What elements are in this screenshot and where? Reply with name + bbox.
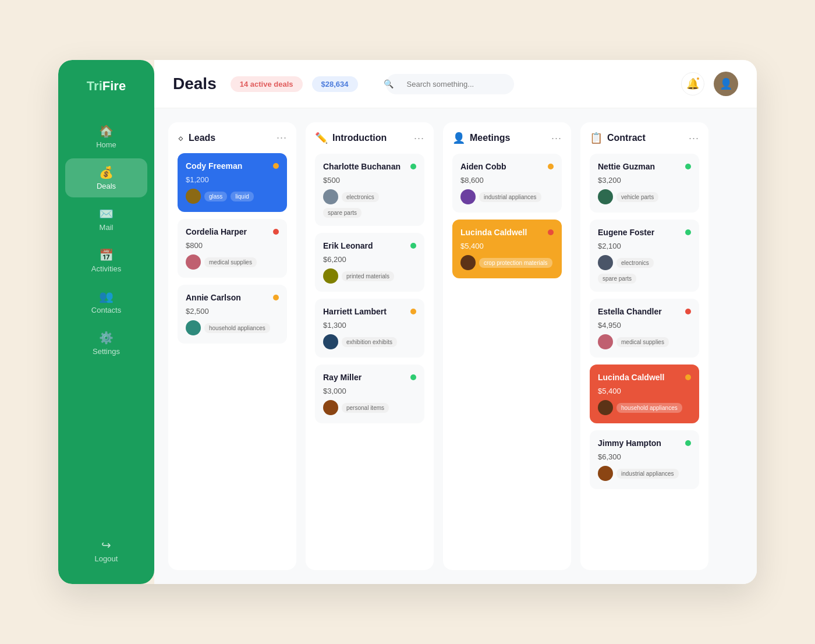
ray-status-dot bbox=[410, 374, 416, 380]
nettie-status-dot bbox=[685, 164, 691, 169]
card-cordelia-header: Cordelia Harper bbox=[186, 227, 279, 236]
tag-industrial-j: industrial appliances bbox=[616, 469, 679, 479]
column-title-leads: Leads bbox=[189, 133, 215, 143]
column-leads: ⬦ Leads ··· Cody Freeman $1,200 glass bbox=[168, 122, 296, 570]
sidebar-label-contacts: Contacts bbox=[91, 306, 121, 314]
annie-status-dot bbox=[273, 295, 279, 300]
card-ray-miller[interactable]: Ray Miller $3,000 personal items bbox=[315, 365, 424, 423]
sidebar-item-activities[interactable]: 📅 Activities bbox=[65, 241, 147, 280]
search-input[interactable] bbox=[386, 74, 514, 94]
card-nettie-guzman[interactable]: Nettie Guzman $3,200 vehicle parts bbox=[590, 154, 699, 213]
card-harriett-name: Harriett Lambert bbox=[323, 307, 387, 316]
card-estella-header: Estella Chandler bbox=[598, 307, 691, 316]
tag-glass: glass bbox=[204, 192, 227, 201]
card-cody-amount: $1,200 bbox=[186, 175, 279, 184]
meetings-menu-button[interactable]: ··· bbox=[551, 132, 562, 144]
deals-icon: 💰 bbox=[99, 165, 114, 179]
sidebar: TriFire 🏠 Home 💰 Deals ✉️ Mail 📅 Activit… bbox=[58, 60, 154, 584]
card-eugene-header: Eugene Foster bbox=[598, 228, 691, 237]
card-nettie-footer: vehicle parts bbox=[598, 189, 691, 204]
column-title-row-intro: ✏️ Introduction bbox=[315, 132, 387, 144]
card-cody-footer: glass liquid bbox=[186, 189, 279, 204]
card-lucinda-c-amount: $5,400 bbox=[598, 387, 691, 395]
card-annie-carlson[interactable]: Annie Carlson $2,500 household appliance… bbox=[178, 285, 287, 344]
sidebar-label-activities: Activities bbox=[91, 264, 121, 273]
card-cordelia-amount: $800 bbox=[186, 241, 279, 250]
card-charlotte-header: Charlotte Buchanan bbox=[323, 162, 416, 171]
cordelia-avatar bbox=[186, 254, 201, 270]
card-harriett-lambert[interactable]: Harriett Lambert $1,300 exhibition exhib… bbox=[315, 299, 424, 358]
jimmy-avatar bbox=[598, 466, 613, 481]
meetings-column-icon: 👤 bbox=[452, 132, 465, 144]
card-harriett-header: Harriett Lambert bbox=[323, 307, 416, 316]
user-avatar-img: 👤 bbox=[720, 77, 732, 90]
tag-medical-supplies-e: medical supplies bbox=[616, 337, 669, 347]
aiden-avatar bbox=[460, 189, 476, 204]
harriett-status-dot bbox=[410, 309, 416, 314]
tag-vehicle-parts: vehicle parts bbox=[616, 192, 658, 202]
card-eugene-amount: $2,100 bbox=[598, 242, 691, 250]
charlotte-status-dot bbox=[410, 164, 416, 169]
sidebar-item-mail[interactable]: ✉️ Mail bbox=[65, 200, 147, 239]
card-eugene-foster[interactable]: Eugene Foster $2,100 electronics spare p… bbox=[590, 220, 699, 292]
lucinda-m-avatar bbox=[460, 255, 476, 270]
sidebar-item-settings[interactable]: ⚙️ Settings bbox=[65, 324, 147, 363]
sidebar-item-home[interactable]: 🏠 Home bbox=[65, 117, 147, 156]
card-annie-name: Annie Carlson bbox=[186, 293, 241, 302]
card-aiden-cobb[interactable]: Aiden Cobb $8,600 industrial appliances bbox=[452, 154, 562, 213]
card-annie-header: Annie Carlson bbox=[186, 293, 279, 302]
sidebar-label-settings: Settings bbox=[93, 347, 120, 356]
tag-exhibition: exhibition exhibits bbox=[342, 337, 397, 347]
harriett-avatar bbox=[323, 334, 338, 349]
main-content: Deals 14 active deals $28,634 🔍 🔔 👤 bbox=[154, 60, 757, 584]
card-annie-amount: $2,500 bbox=[186, 307, 279, 316]
column-meetings: 👤 Meetings ··· Aiden Cobb $8,600 industr… bbox=[443, 122, 571, 570]
card-jimmy-hampton[interactable]: Jimmy Hampton $6,300 industrial applianc… bbox=[590, 430, 699, 489]
aiden-status-dot bbox=[548, 164, 554, 169]
mail-icon: ✉️ bbox=[99, 207, 114, 221]
logout-button[interactable]: ↪ Logout bbox=[65, 531, 147, 570]
card-estella-amount: $4,950 bbox=[598, 321, 691, 330]
card-jimmy-name: Jimmy Hampton bbox=[598, 438, 661, 448]
sidebar-item-deals[interactable]: 💰 Deals bbox=[65, 158, 147, 197]
leads-column-icon: ⬦ bbox=[178, 132, 184, 144]
lucinda-m-status-dot bbox=[548, 229, 554, 235]
tag-medical-supplies-c: medical supplies bbox=[204, 257, 257, 267]
card-cody-header: Cody Freeman bbox=[186, 161, 279, 171]
card-cordelia-harper[interactable]: Cordelia Harper $800 medical supplies bbox=[178, 219, 287, 278]
card-harriett-amount: $1,300 bbox=[323, 321, 416, 330]
card-erik-amount: $6,200 bbox=[323, 255, 416, 264]
lucinda-c-status-dot bbox=[685, 374, 691, 380]
settings-icon: ⚙️ bbox=[99, 331, 114, 345]
card-lucinda-contract[interactable]: Lucinda Caldwell $5,400 household applia… bbox=[590, 365, 699, 423]
card-charlotte-buchanan[interactable]: Charlotte Buchanan $500 electronics spar… bbox=[315, 154, 424, 226]
logo: TriFire bbox=[58, 79, 154, 94]
card-nettie-amount: $3,200 bbox=[598, 176, 691, 185]
user-avatar[interactable]: 👤 bbox=[714, 72, 738, 96]
card-ray-header: Ray Miller bbox=[323, 373, 416, 382]
column-header-contract: 📋 Contract ··· bbox=[590, 132, 699, 144]
nav-items: 🏠 Home 💰 Deals ✉️ Mail 📅 Activities 👥 Co… bbox=[58, 117, 154, 531]
card-lucinda-c-footer: household appliances bbox=[598, 400, 691, 415]
contract-menu-button[interactable]: ··· bbox=[689, 132, 699, 144]
sidebar-label-mail: Mail bbox=[100, 223, 114, 232]
kanban-board: ⬦ Leads ··· Cody Freeman $1,200 glass bbox=[154, 108, 757, 584]
card-charlotte-name: Charlotte Buchanan bbox=[323, 162, 401, 171]
card-erik-leonard[interactable]: Erik Leonard $6,200 printed materials bbox=[315, 233, 424, 292]
card-cody-freeman[interactable]: Cody Freeman $1,200 glass liquid bbox=[178, 153, 287, 212]
card-estella-chandler[interactable]: Estella Chandler $4,950 medical supplies bbox=[590, 299, 699, 358]
card-nettie-header: Nettie Guzman bbox=[598, 162, 691, 171]
eugene-avatar bbox=[598, 255, 613, 270]
intro-menu-button[interactable]: ··· bbox=[414, 132, 424, 144]
annie-avatar bbox=[186, 320, 201, 335]
erik-avatar bbox=[323, 268, 338, 284]
card-aiden-header: Aiden Cobb bbox=[460, 162, 554, 171]
card-estella-name: Estella Chandler bbox=[598, 307, 662, 316]
card-eugene-name: Eugene Foster bbox=[598, 228, 654, 237]
leads-menu-button[interactable]: ··· bbox=[277, 132, 287, 144]
notifications-button[interactable]: 🔔 bbox=[681, 72, 704, 95]
card-jimmy-header: Jimmy Hampton bbox=[598, 438, 691, 448]
sidebar-item-contacts[interactable]: 👥 Contacts bbox=[65, 282, 147, 321]
card-lucinda-meetings[interactable]: Lucinda Caldwell $5,400 crop protection … bbox=[452, 220, 562, 278]
card-charlotte-footer: electronics spare parts bbox=[323, 189, 416, 218]
